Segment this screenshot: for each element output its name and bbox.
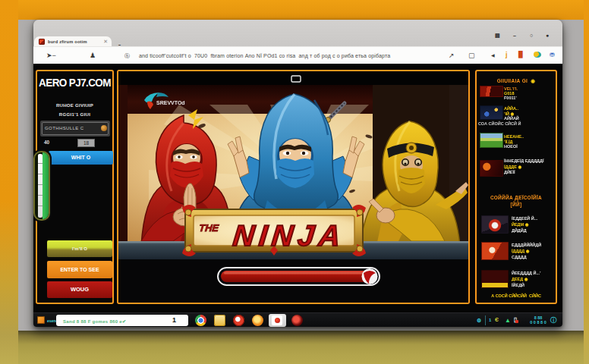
svg-text:NINJA: NINJA [232,219,346,252]
svg-text:THE: THE [199,222,220,234]
svg-text:SREVVTOd: SREVVTOd [156,100,185,105]
